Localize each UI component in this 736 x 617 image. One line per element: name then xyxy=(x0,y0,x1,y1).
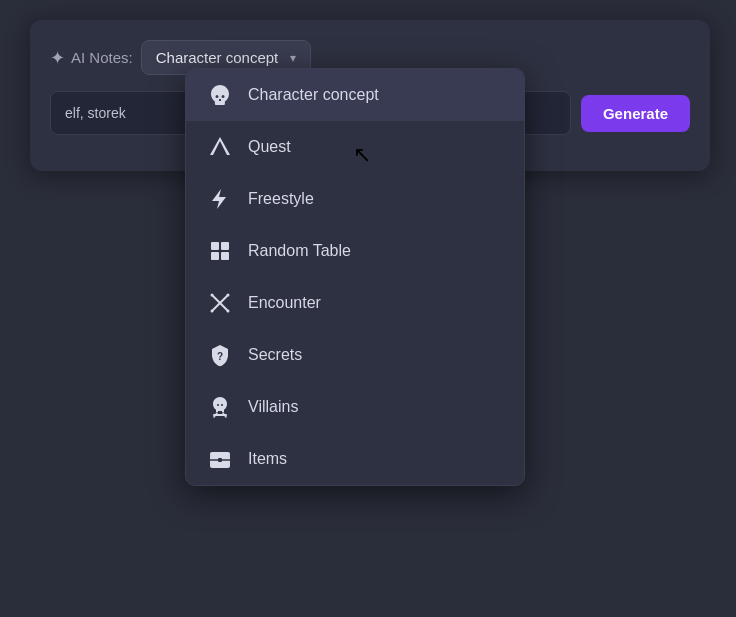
villains-label: Villains xyxy=(248,398,298,416)
svg-rect-15 xyxy=(210,452,230,457)
character-concept-label: Character concept xyxy=(248,86,379,104)
dropdown-item-quest[interactable]: Quest xyxy=(186,121,524,173)
dropdown-selected-label: Character concept xyxy=(156,49,279,66)
svg-rect-17 xyxy=(218,458,222,462)
svg-point-7 xyxy=(227,294,230,297)
freestyle-label: Freestyle xyxy=(248,190,314,208)
svg-point-6 xyxy=(211,294,214,297)
skull-icon xyxy=(206,83,234,107)
secrets-label: Secrets xyxy=(248,346,302,364)
svg-point-8 xyxy=(211,310,214,313)
svg-rect-1 xyxy=(221,242,229,250)
svg-rect-2 xyxy=(211,252,219,260)
dropdown-item-villains[interactable]: Villains xyxy=(186,381,524,433)
tent-icon xyxy=(206,135,234,159)
dropdown-item-character-concept[interactable]: Character concept xyxy=(186,69,524,121)
shield-question-icon: ? xyxy=(206,343,234,367)
dropdown-item-encounter[interactable]: Encounter xyxy=(186,277,524,329)
ai-notes-text: AI Notes: xyxy=(71,49,133,66)
sparkle-icon: ✦ xyxy=(50,47,65,69)
lightning-icon xyxy=(206,187,234,211)
items-label: Items xyxy=(248,450,287,468)
dropdown-item-items[interactable]: Items xyxy=(186,433,524,485)
encounter-label: Encounter xyxy=(248,294,321,312)
dropdown-item-random-table[interactable]: Random Table xyxy=(186,225,524,277)
skull-crossbones-icon xyxy=(206,395,234,419)
quest-label: Quest xyxy=(248,138,291,156)
ai-notes-label: ✦ AI Notes: xyxy=(50,47,133,69)
svg-rect-3 xyxy=(221,252,229,260)
svg-point-9 xyxy=(227,310,230,313)
chevron-down-icon: ▾ xyxy=(290,51,296,65)
dropdown-item-secrets[interactable]: ? Secrets xyxy=(186,329,524,381)
svg-text:?: ? xyxy=(217,351,223,362)
generate-button[interactable]: Generate xyxy=(581,95,690,132)
dropdown-menu: Character concept Quest Freestyle xyxy=(185,68,525,486)
chest-icon xyxy=(206,447,234,471)
crossed-swords-icon xyxy=(206,291,234,315)
dropdown-item-freestyle[interactable]: Freestyle xyxy=(186,173,524,225)
svg-rect-0 xyxy=(211,242,219,250)
table-icon xyxy=(206,239,234,263)
random-table-label: Random Table xyxy=(248,242,351,260)
